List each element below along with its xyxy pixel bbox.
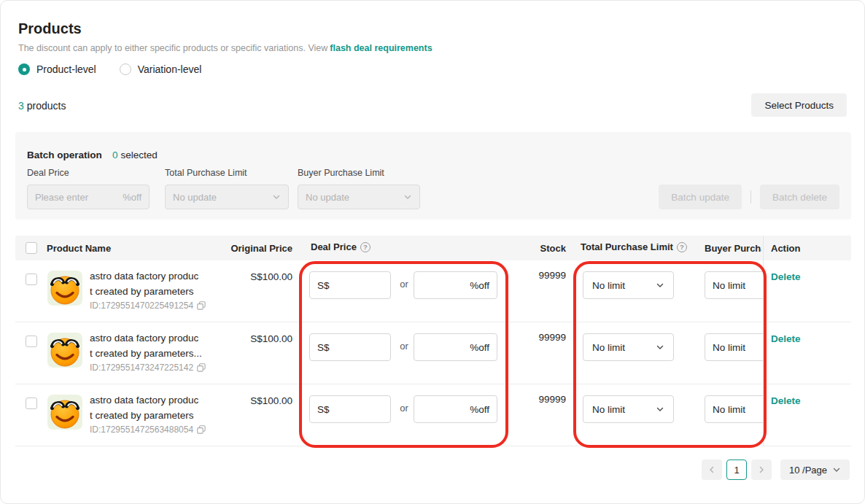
chevron-down-icon: [403, 193, 412, 201]
chevron-down-icon: [656, 281, 664, 290]
page-title: Products: [18, 20, 82, 37]
currency-prefix: S$: [317, 280, 330, 291]
batch-operation-title: Batch operation: [27, 150, 102, 160]
or-label: or: [394, 403, 414, 414]
product-name-line2: t created by parameters: [90, 284, 206, 299]
or-label: or: [394, 341, 414, 352]
product-image: [47, 271, 82, 306]
original-price: S$100.00: [215, 333, 292, 344]
page-size-select[interactable]: 10 /Page: [780, 460, 850, 480]
delete-link[interactable]: Delete: [771, 333, 801, 344]
stock-value: 99999: [515, 394, 566, 405]
total-purchase-limit-select[interactable]: No limit: [583, 271, 674, 299]
stock-value: 99999: [515, 270, 566, 281]
col-product-name: Product Name: [47, 243, 111, 254]
radio-variation-level-label: Variation-level: [138, 63, 202, 75]
percent-suffix: %off: [470, 280, 489, 291]
buyer-purchase-limit-input[interactable]: No limit: [705, 271, 763, 299]
help-icon[interactable]: ?: [360, 242, 371, 252]
radio-selected-icon[interactable]: [18, 63, 30, 75]
col-stock: Stock: [515, 243, 566, 254]
batch-total-limit-select[interactable]: No update: [165, 185, 289, 209]
product-name-line2: t created by parameters...: [90, 346, 206, 361]
buyer-purchase-limit-cell: No limit: [705, 271, 763, 299]
batch-total-limit-value: No update: [173, 192, 217, 203]
batch-buyer-limit-select[interactable]: No update: [298, 185, 420, 209]
deal-price-currency-input[interactable]: S$: [309, 333, 391, 361]
prev-page-button[interactable]: [702, 460, 722, 480]
batch-operation-panel: Batch operation 0selected Deal Price Tot…: [15, 132, 851, 220]
product-image: [47, 333, 82, 368]
copy-icon[interactable]: [197, 425, 206, 434]
total-purchase-limit-value: No limit: [592, 342, 625, 353]
chevron-down-icon: [272, 193, 281, 201]
product-id-text: ID:1729551472563488054: [90, 424, 193, 435]
select-products-button[interactable]: Select Products: [751, 93, 847, 117]
radio-product-level[interactable]: Product-level: [18, 63, 96, 75]
divider: [750, 190, 751, 203]
batch-selected-number: 0: [112, 150, 118, 160]
batch-selected-count: 0selected: [112, 150, 158, 160]
deal-price-currency-input[interactable]: S$: [309, 395, 391, 423]
product-image: [47, 395, 82, 430]
radio-product-level-label: Product-level: [36, 63, 96, 75]
product-id-text: ID:1729551470225491254: [90, 301, 193, 311]
products-panel: Products The discount can apply to eithe…: [0, 0, 865, 504]
original-price: S$100.00: [215, 395, 292, 406]
product-info: astro data factory produc t created by p…: [90, 330, 206, 373]
original-price: S$100.00: [215, 271, 292, 282]
total-purchase-limit-select[interactable]: No limit: [583, 395, 674, 423]
chevron-right-icon: [757, 465, 766, 474]
row-checkbox[interactable]: [26, 336, 37, 347]
col-original-price: Original Price: [215, 243, 292, 254]
products-table: Product Name Original Price Deal Price ?…: [15, 236, 851, 446]
copy-icon[interactable]: [197, 301, 206, 310]
buyer-purchase-limit-input[interactable]: No limit: [705, 395, 763, 423]
row-checkbox[interactable]: [26, 274, 37, 285]
col-total-purchase-limit: Total Purchase Limit ?: [581, 241, 687, 252]
total-purchase-limit-value: No limit: [592, 280, 625, 291]
product-name-line1: astro data factory produc: [90, 330, 206, 346]
row-checkbox[interactable]: [26, 398, 37, 409]
current-page-button[interactable]: 1: [726, 460, 747, 480]
product-name-line2: t created by parameters: [90, 408, 206, 423]
buyer-purchase-limit-input[interactable]: No limit: [705, 333, 763, 361]
percent-suffix: %off: [470, 342, 489, 353]
table-row: astro data factory produc t created by p…: [15, 384, 851, 446]
total-purchase-limit-select[interactable]: No limit: [583, 333, 674, 361]
delete-link[interactable]: Delete: [771, 271, 801, 282]
batch-delete-button[interactable]: Batch delete: [760, 185, 839, 209]
help-icon[interactable]: ?: [677, 242, 687, 252]
radio-variation-level[interactable]: Variation-level: [120, 63, 202, 75]
product-count-label: products: [27, 100, 66, 112]
delete-link[interactable]: Delete: [771, 395, 801, 406]
deal-price-percent-input[interactable]: %off: [414, 333, 497, 361]
col-deal-price-label: Deal Price: [311, 241, 357, 252]
table-body: astro data factory produc t created by p…: [15, 260, 851, 446]
batch-total-limit-label: Total Purchase Limit: [165, 168, 247, 178]
buyer-purchase-limit-value: No limit: [713, 342, 745, 353]
deal-price-percent-input[interactable]: %off: [414, 395, 497, 423]
select-all-checkbox[interactable]: [26, 242, 37, 254]
deal-price-currency-input[interactable]: S$: [309, 271, 391, 299]
chevron-left-icon: [707, 465, 716, 474]
chevron-down-icon: [656, 343, 664, 352]
product-count: 3products: [18, 100, 66, 112]
product-info: astro data factory produc t created by p…: [90, 268, 206, 311]
radio-unselected-icon[interactable]: [120, 63, 131, 75]
batch-deal-price-suffix: %off: [123, 192, 141, 203]
page-size-value: 10 /Page: [789, 465, 827, 476]
chevron-down-icon: [656, 405, 664, 414]
flash-deal-requirements-link[interactable]: flash deal requirements: [330, 43, 432, 53]
table-row: astro data factory produc t created by p…: [15, 322, 851, 384]
buyer-purchase-limit-value: No limit: [713, 404, 745, 415]
next-page-button[interactable]: [751, 460, 772, 480]
table-row: astro data factory produc t created by p…: [15, 260, 851, 322]
buyer-purchase-limit-cell: No limit: [705, 395, 763, 423]
deal-price-percent-input[interactable]: %off: [414, 271, 497, 299]
batch-deal-price-input[interactable]: Please enter %off: [27, 185, 150, 209]
page-subtitle: The discount can apply to either specifi…: [18, 43, 432, 53]
copy-icon[interactable]: [197, 363, 206, 372]
product-id-text: ID:1729551473247225142: [90, 363, 193, 373]
batch-update-button[interactable]: Batch update: [659, 185, 742, 209]
